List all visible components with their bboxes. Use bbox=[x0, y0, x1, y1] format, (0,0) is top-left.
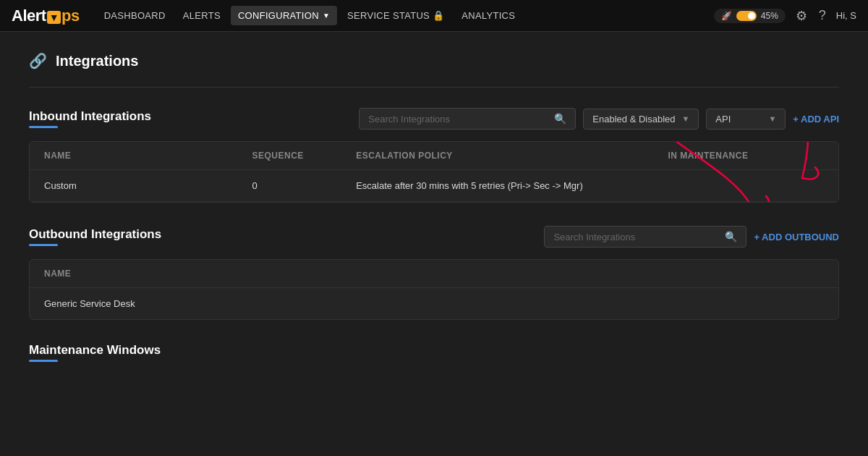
nav-alerts[interactable]: ALERTS bbox=[176, 6, 228, 25]
inbound-search-icon: 🔍 bbox=[554, 113, 566, 124]
inbound-table: Name Sequence Escalation Policy In Maint… bbox=[29, 141, 839, 203]
outbound-search-icon: 🔍 bbox=[725, 231, 737, 242]
row-escalation: Escalate after 30 mins with 5 retries (P… bbox=[356, 180, 668, 191]
col-name: Name bbox=[44, 151, 252, 161]
nav-links: DASHBOARD ALERTS CONFIGURATION ▼ SERVICE… bbox=[97, 6, 708, 25]
logo-text: Alert▼ps bbox=[12, 7, 80, 25]
table-row[interactable]: Custom 0 Escalate after 30 mins with 5 r… bbox=[30, 170, 838, 202]
status-chevron-icon: ▼ bbox=[681, 114, 689, 123]
inbound-search-box[interactable]: 🔍 bbox=[359, 108, 576, 130]
user-greeting: Hi, S bbox=[836, 10, 856, 21]
inbound-search-input[interactable] bbox=[368, 114, 548, 124]
add-outbound-button[interactable]: + ADD OUTBOUND bbox=[754, 232, 839, 242]
toggle-switch[interactable] bbox=[736, 11, 757, 21]
type-chevron-icon: ▼ bbox=[768, 114, 776, 123]
type-filter-dropdown[interactable]: API ▼ bbox=[706, 109, 786, 130]
title-divider bbox=[29, 87, 839, 88]
nav-configuration[interactable]: CONFIGURATION ▼ bbox=[231, 6, 337, 25]
inbound-section-title: Inbound Integrations bbox=[29, 109, 151, 128]
main-content: 🔗 Integrations Inbound Integrations 🔍 En… bbox=[0, 32, 868, 394]
nav-right: 🚀 45% ⚙ ? Hi, S bbox=[714, 7, 856, 25]
logo[interactable]: Alert▼ps bbox=[12, 7, 80, 25]
col-maintenance: In Maintenance bbox=[668, 151, 824, 161]
outbound-search-box[interactable]: 🔍 bbox=[544, 226, 746, 248]
outbound-controls: 🔍 + ADD OUTBOUND bbox=[544, 226, 839, 248]
inbound-controls: 🔍 Enabled & Disabled ▼ API ▼ + ADD API bbox=[359, 108, 839, 130]
nav-service-status[interactable]: SERVICE STATUS 🔒 bbox=[340, 6, 451, 25]
col-escalation: Escalation Policy bbox=[356, 151, 668, 161]
col-sequence: Sequence bbox=[252, 151, 356, 161]
page-title: Integrations bbox=[56, 53, 138, 69]
outbound-section-header: Outbound Integrations 🔍 + ADD OUTBOUND bbox=[29, 226, 839, 248]
outbound-col-name: Name bbox=[44, 269, 824, 279]
progress-badge[interactable]: 🚀 45% bbox=[714, 9, 786, 23]
logo-icon: ▼ bbox=[47, 11, 61, 24]
outbound-search-input[interactable] bbox=[553, 232, 719, 242]
status-filter-value: Enabled & Disabled bbox=[592, 114, 675, 124]
nav-dashboard[interactable]: DASHBOARD bbox=[97, 6, 173, 25]
outbound-table: Name Generic Service Desk bbox=[29, 259, 839, 320]
maintenance-section-header: Maintenance Windows bbox=[29, 343, 839, 362]
inbound-table-header: Name Sequence Escalation Policy In Maint… bbox=[30, 142, 838, 170]
inbound-section-header: Inbound Integrations 🔍 Enabled & Disable… bbox=[29, 108, 839, 130]
outbound-section-title: Outbound Integrations bbox=[29, 227, 161, 246]
row-sequence: 0 bbox=[252, 180, 356, 191]
row-name: Custom bbox=[44, 180, 252, 191]
outbound-table-header: Name bbox=[30, 260, 838, 288]
page-title-row: 🔗 Integrations bbox=[29, 52, 839, 69]
outbound-table-row[interactable]: Generic Service Desk bbox=[30, 288, 838, 319]
maintenance-section-title: Maintenance Windows bbox=[29, 343, 161, 362]
config-chevron-icon: ▼ bbox=[323, 12, 330, 20]
outbound-row-name: Generic Service Desk bbox=[44, 298, 824, 309]
type-filter-value: API bbox=[715, 114, 731, 124]
integrations-icon: 🔗 bbox=[29, 52, 47, 69]
status-filter-dropdown[interactable]: Enabled & Disabled ▼ bbox=[583, 109, 699, 130]
navbar: Alert▼ps DASHBOARD ALERTS CONFIGURATION … bbox=[0, 0, 868, 32]
nav-analytics[interactable]: ANALYTICS bbox=[454, 6, 522, 25]
settings-icon[interactable]: ⚙ bbox=[794, 7, 809, 25]
add-api-button[interactable]: + ADD API bbox=[793, 114, 839, 124]
progress-value: 45% bbox=[761, 11, 778, 21]
help-icon[interactable]: ? bbox=[817, 7, 827, 25]
rocket-icon: 🚀 bbox=[721, 11, 732, 21]
